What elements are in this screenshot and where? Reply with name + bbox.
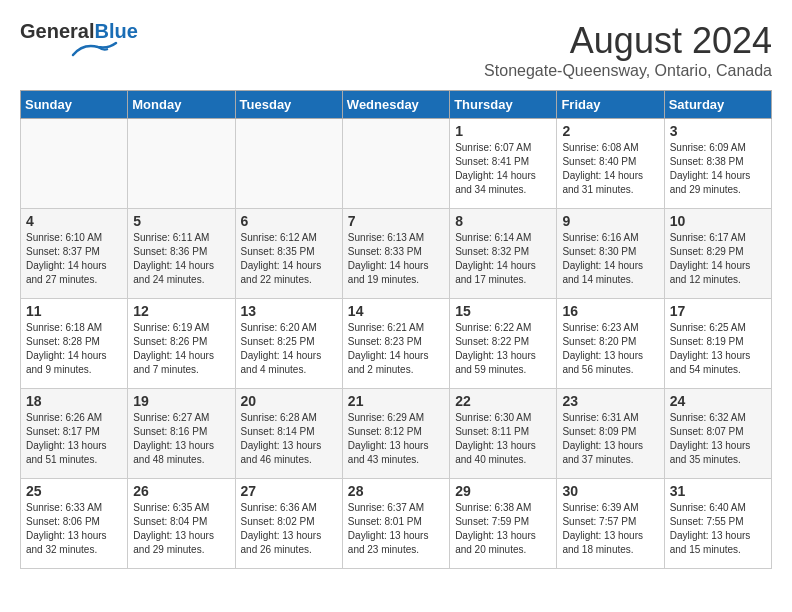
- calendar-cell: [342, 119, 449, 209]
- calendar-cell: 23Sunrise: 6:31 AM Sunset: 8:09 PM Dayli…: [557, 389, 664, 479]
- day-info: Sunrise: 6:10 AM Sunset: 8:37 PM Dayligh…: [26, 231, 122, 287]
- day-number: 21: [348, 393, 444, 409]
- day-info: Sunrise: 6:14 AM Sunset: 8:32 PM Dayligh…: [455, 231, 551, 287]
- day-info: Sunrise: 6:22 AM Sunset: 8:22 PM Dayligh…: [455, 321, 551, 377]
- calendar-cell: 10Sunrise: 6:17 AM Sunset: 8:29 PM Dayli…: [664, 209, 771, 299]
- day-number: 11: [26, 303, 122, 319]
- calendar-cell: 24Sunrise: 6:32 AM Sunset: 8:07 PM Dayli…: [664, 389, 771, 479]
- day-info: Sunrise: 6:26 AM Sunset: 8:17 PM Dayligh…: [26, 411, 122, 467]
- day-number: 2: [562, 123, 658, 139]
- calendar-cell: 28Sunrise: 6:37 AM Sunset: 8:01 PM Dayli…: [342, 479, 449, 569]
- calendar-cell: 21Sunrise: 6:29 AM Sunset: 8:12 PM Dayli…: [342, 389, 449, 479]
- day-number: 26: [133, 483, 229, 499]
- day-number: 22: [455, 393, 551, 409]
- day-info: Sunrise: 6:20 AM Sunset: 8:25 PM Dayligh…: [241, 321, 337, 377]
- day-info: Sunrise: 6:08 AM Sunset: 8:40 PM Dayligh…: [562, 141, 658, 197]
- calendar-cell: 26Sunrise: 6:35 AM Sunset: 8:04 PM Dayli…: [128, 479, 235, 569]
- calendar-week-row: 4Sunrise: 6:10 AM Sunset: 8:37 PM Daylig…: [21, 209, 772, 299]
- calendar-week-row: 18Sunrise: 6:26 AM Sunset: 8:17 PM Dayli…: [21, 389, 772, 479]
- day-number: 9: [562, 213, 658, 229]
- day-info: Sunrise: 6:29 AM Sunset: 8:12 PM Dayligh…: [348, 411, 444, 467]
- col-header-saturday: Saturday: [664, 91, 771, 119]
- calendar-cell: 7Sunrise: 6:13 AM Sunset: 8:33 PM Daylig…: [342, 209, 449, 299]
- day-number: 29: [455, 483, 551, 499]
- calendar-cell: 15Sunrise: 6:22 AM Sunset: 8:22 PM Dayli…: [450, 299, 557, 389]
- logo-text: GeneralBlue: [20, 20, 138, 43]
- day-number: 15: [455, 303, 551, 319]
- day-number: 12: [133, 303, 229, 319]
- day-number: 7: [348, 213, 444, 229]
- calendar-cell: 18Sunrise: 6:26 AM Sunset: 8:17 PM Dayli…: [21, 389, 128, 479]
- col-header-tuesday: Tuesday: [235, 91, 342, 119]
- calendar-cell: 11Sunrise: 6:18 AM Sunset: 8:28 PM Dayli…: [21, 299, 128, 389]
- day-number: 4: [26, 213, 122, 229]
- day-info: Sunrise: 6:30 AM Sunset: 8:11 PM Dayligh…: [455, 411, 551, 467]
- day-number: 30: [562, 483, 658, 499]
- day-number: 27: [241, 483, 337, 499]
- day-number: 19: [133, 393, 229, 409]
- col-header-wednesday: Wednesday: [342, 91, 449, 119]
- day-number: 25: [26, 483, 122, 499]
- col-header-thursday: Thursday: [450, 91, 557, 119]
- day-info: Sunrise: 6:28 AM Sunset: 8:14 PM Dayligh…: [241, 411, 337, 467]
- calendar-cell: 13Sunrise: 6:20 AM Sunset: 8:25 PM Dayli…: [235, 299, 342, 389]
- day-number: 16: [562, 303, 658, 319]
- col-header-monday: Monday: [128, 91, 235, 119]
- day-number: 20: [241, 393, 337, 409]
- day-info: Sunrise: 6:25 AM Sunset: 8:19 PM Dayligh…: [670, 321, 766, 377]
- day-number: 28: [348, 483, 444, 499]
- day-number: 24: [670, 393, 766, 409]
- calendar-cell: 20Sunrise: 6:28 AM Sunset: 8:14 PM Dayli…: [235, 389, 342, 479]
- calendar-cell: [128, 119, 235, 209]
- day-info: Sunrise: 6:38 AM Sunset: 7:59 PM Dayligh…: [455, 501, 551, 557]
- day-info: Sunrise: 6:16 AM Sunset: 8:30 PM Dayligh…: [562, 231, 658, 287]
- calendar-cell: 31Sunrise: 6:40 AM Sunset: 7:55 PM Dayli…: [664, 479, 771, 569]
- day-info: Sunrise: 6:12 AM Sunset: 8:35 PM Dayligh…: [241, 231, 337, 287]
- day-info: Sunrise: 6:36 AM Sunset: 8:02 PM Dayligh…: [241, 501, 337, 557]
- calendar-header-row: SundayMondayTuesdayWednesdayThursdayFrid…: [21, 91, 772, 119]
- calendar-cell: 25Sunrise: 6:33 AM Sunset: 8:06 PM Dayli…: [21, 479, 128, 569]
- logo-general: General: [20, 20, 94, 42]
- day-number: 6: [241, 213, 337, 229]
- day-info: Sunrise: 6:23 AM Sunset: 8:20 PM Dayligh…: [562, 321, 658, 377]
- day-info: Sunrise: 6:39 AM Sunset: 7:57 PM Dayligh…: [562, 501, 658, 557]
- calendar-cell: 14Sunrise: 6:21 AM Sunset: 8:23 PM Dayli…: [342, 299, 449, 389]
- calendar-cell: 27Sunrise: 6:36 AM Sunset: 8:02 PM Dayli…: [235, 479, 342, 569]
- day-info: Sunrise: 6:27 AM Sunset: 8:16 PM Dayligh…: [133, 411, 229, 467]
- col-header-friday: Friday: [557, 91, 664, 119]
- day-number: 8: [455, 213, 551, 229]
- day-number: 1: [455, 123, 551, 139]
- day-info: Sunrise: 6:17 AM Sunset: 8:29 PM Dayligh…: [670, 231, 766, 287]
- col-header-sunday: Sunday: [21, 91, 128, 119]
- page-header: GeneralBlue August 2024 Stonegate-Queens…: [20, 20, 772, 80]
- calendar-cell: 12Sunrise: 6:19 AM Sunset: 8:26 PM Dayli…: [128, 299, 235, 389]
- day-number: 14: [348, 303, 444, 319]
- day-info: Sunrise: 6:37 AM Sunset: 8:01 PM Dayligh…: [348, 501, 444, 557]
- calendar-cell: 4Sunrise: 6:10 AM Sunset: 8:37 PM Daylig…: [21, 209, 128, 299]
- calendar-week-row: 1Sunrise: 6:07 AM Sunset: 8:41 PM Daylig…: [21, 119, 772, 209]
- calendar-cell: 16Sunrise: 6:23 AM Sunset: 8:20 PM Dayli…: [557, 299, 664, 389]
- title-section: August 2024 Stonegate-Queensway, Ontario…: [484, 20, 772, 80]
- day-info: Sunrise: 6:31 AM Sunset: 8:09 PM Dayligh…: [562, 411, 658, 467]
- logo: GeneralBlue: [20, 20, 138, 63]
- calendar-cell: 22Sunrise: 6:30 AM Sunset: 8:11 PM Dayli…: [450, 389, 557, 479]
- day-info: Sunrise: 6:18 AM Sunset: 8:28 PM Dayligh…: [26, 321, 122, 377]
- day-info: Sunrise: 6:07 AM Sunset: 8:41 PM Dayligh…: [455, 141, 551, 197]
- day-number: 31: [670, 483, 766, 499]
- calendar-cell: 17Sunrise: 6:25 AM Sunset: 8:19 PM Dayli…: [664, 299, 771, 389]
- calendar-cell: 29Sunrise: 6:38 AM Sunset: 7:59 PM Dayli…: [450, 479, 557, 569]
- calendar-cell: [235, 119, 342, 209]
- calendar-cell: 2Sunrise: 6:08 AM Sunset: 8:40 PM Daylig…: [557, 119, 664, 209]
- month-title: August 2024: [484, 20, 772, 62]
- location-title: Stonegate-Queensway, Ontario, Canada: [484, 62, 772, 80]
- day-info: Sunrise: 6:09 AM Sunset: 8:38 PM Dayligh…: [670, 141, 766, 197]
- calendar-table: SundayMondayTuesdayWednesdayThursdayFrid…: [20, 90, 772, 569]
- day-info: Sunrise: 6:21 AM Sunset: 8:23 PM Dayligh…: [348, 321, 444, 377]
- calendar-cell: [21, 119, 128, 209]
- day-info: Sunrise: 6:19 AM Sunset: 8:26 PM Dayligh…: [133, 321, 229, 377]
- day-info: Sunrise: 6:32 AM Sunset: 8:07 PM Dayligh…: [670, 411, 766, 467]
- day-number: 17: [670, 303, 766, 319]
- logo-bird-icon: [68, 41, 118, 59]
- day-number: 23: [562, 393, 658, 409]
- day-number: 18: [26, 393, 122, 409]
